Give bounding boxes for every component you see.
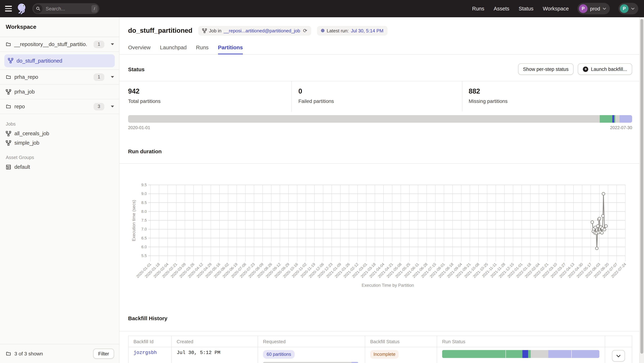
nav-assets[interactable]: Assets <box>494 6 509 12</box>
sidebar-item-default-asset-group[interactable]: default <box>0 162 119 172</box>
filter-button[interactable]: Filter <box>93 348 114 359</box>
tab-partitions[interactable]: Partitions <box>218 44 243 54</box>
backfill-history-heading: Backfill History <box>128 315 167 321</box>
svg-text:8.0: 8.0 <box>141 209 147 214</box>
deployment-avatar: P <box>579 4 588 13</box>
repository-link[interactable]: __reposi...artitioned@partitioned_job <box>224 28 300 33</box>
latest-run-link[interactable]: Jul 30, 5:14 PM <box>351 28 384 33</box>
job-icon <box>6 89 11 94</box>
partition-range-start: 2020-01-01 <box>128 125 150 130</box>
search-shortcut-key: / <box>92 5 98 12</box>
search-input[interactable]: Search... / <box>32 3 99 14</box>
user-menu[interactable]: P <box>618 3 638 14</box>
tab-launchpad[interactable]: Launchpad <box>160 44 187 54</box>
expand-row-button[interactable] <box>612 350 625 362</box>
column-header-backfill-status: Backfill Status <box>365 336 437 347</box>
latest-run-pill: Latest run: Jul 30, 5:14 PM <box>317 26 388 36</box>
column-header-run-status: Run Status <box>437 336 605 347</box>
job-header: do_stuff_partitioned Job in __reposi...a… <box>120 17 639 55</box>
table-header-row: Backfill Id Created Requested Backfill S… <box>128 336 632 347</box>
sidebar-item-simple-job[interactable]: simple_job <box>0 138 119 148</box>
stat-failed-partitions: 0 Failed partitions <box>292 81 462 112</box>
stat-label: Failed partitions <box>298 98 462 104</box>
stat-missing-partitions: 882 Missing partitions <box>462 81 632 112</box>
backfill-history-table: Backfill Id Created Requested Backfill S… <box>128 336 632 363</box>
page-title: do_stuff_partitioned <box>128 26 192 34</box>
chevron-down-icon <box>616 354 620 357</box>
backfill-created: Jul 30, 5:12 PM <box>177 350 220 356</box>
caret-down-icon[interactable] <box>111 106 114 108</box>
job-icon <box>6 140 11 146</box>
caret-down-icon[interactable] <box>111 43 114 45</box>
nav-links: Runs Assets Status Workspace <box>472 6 569 12</box>
search-icon <box>34 4 42 13</box>
partition-status-bar-section: 2020-01-01 2022-07-30 <box>120 112 639 130</box>
folder-icon <box>6 351 11 356</box>
nav-status[interactable]: Status <box>518 6 533 12</box>
run-status-dot <box>321 29 324 32</box>
run-status-bar[interactable] <box>442 350 600 358</box>
backfill-status-badge: Incomplete <box>370 350 399 359</box>
vertical-scrollbar[interactable] <box>639 17 644 363</box>
asset-groups-section-label: Asset Groups <box>0 148 119 162</box>
sidebar-item-label: __repository__do_stuff_partitio... <box>14 41 87 47</box>
nav-workspace[interactable]: Workspace <box>543 6 569 12</box>
latest-run-label: Latest run: <box>327 28 349 33</box>
sidebar-item-all-cereals-job[interactable]: all_cereals_job <box>0 129 119 138</box>
stat-value: 882 <box>468 88 632 95</box>
backfill-id-link[interactable]: jozrgsbh <box>134 350 157 356</box>
requested-partitions-badge[interactable]: 60 partitions <box>263 350 295 359</box>
execution-time-chart[interactable]: 2020-01-012020-01-182020-02-042020-02-21… <box>128 166 633 291</box>
top-navigation: Search... / Runs Assets Status Workspace… <box>0 0 644 17</box>
reload-icon[interactable]: ⟳ <box>303 28 307 34</box>
sidebar-footer: 3 of 3 shown Filter <box>0 344 119 363</box>
job-count-badge: 3 <box>94 103 104 110</box>
chevron-down-icon <box>603 8 606 10</box>
folder-icon <box>6 74 11 80</box>
run-duration-heading: Run duration <box>128 148 162 154</box>
job-icon <box>8 58 13 63</box>
sidebar-item-label: prha_repo <box>14 74 38 80</box>
sidebar-item-label: do_stuff_partitioned <box>16 58 62 64</box>
job-tabs: Overview Launchpad Runs Partitions <box>128 44 632 54</box>
sidebar-item-prha-job[interactable]: prha_job <box>0 84 119 99</box>
nav-runs[interactable]: Runs <box>472 6 484 12</box>
sidebar-selected-row: do_stuff_partitioned <box>0 52 119 70</box>
job-origin-pill: Job in __reposi...artitioned@partitioned… <box>198 26 311 36</box>
deployment-switcher[interactable]: P prod <box>578 3 610 14</box>
stat-value: 0 <box>298 88 462 95</box>
deployment-name: prod <box>590 6 600 12</box>
caret-down-icon[interactable] <box>111 76 114 78</box>
job-icon <box>6 131 11 136</box>
svg-text:5.5: 5.5 <box>141 254 147 258</box>
sidebar-item-do-stuff-partitioned[interactable]: do_stuff_partitioned <box>4 54 115 67</box>
column-header-created: Created <box>172 336 258 347</box>
column-header-requested: Requested <box>258 336 365 347</box>
job-icon <box>202 28 207 33</box>
page: Search... / Runs Assets Status Workspace… <box>0 0 644 363</box>
column-header-backfill-id: Backfill Id <box>128 336 172 347</box>
sidebar-item-label: all_cereals_job <box>14 130 49 136</box>
menu-icon[interactable] <box>0 6 16 12</box>
sidebar-item-repository-do-stuff[interactable]: __repository__do_stuff_partitio... 1 <box>0 37 119 52</box>
folder-icon <box>6 42 11 47</box>
sidebar-item-repo[interactable]: repo 3 <box>0 99 119 114</box>
tab-overview[interactable]: Overview <box>128 44 150 54</box>
sidebar-item-label: repo <box>14 104 25 109</box>
svg-text:6.0: 6.0 <box>141 245 147 249</box>
search-placeholder: Search... <box>46 6 92 11</box>
plus-icon: + <box>583 66 588 72</box>
sidebar-item-label: default <box>14 164 30 170</box>
sidebar-item-label: prha_job <box>14 89 35 94</box>
job-count-badge: 1 <box>94 73 104 81</box>
tab-runs[interactable]: Runs <box>196 44 209 54</box>
show-per-step-status-button[interactable]: Show per-step status <box>518 63 574 75</box>
partition-status-bar[interactable] <box>128 115 632 123</box>
workspace-sidebar: Workspace __repository__do_stuff_partiti… <box>0 17 120 363</box>
scrollbar-thumb[interactable] <box>640 19 643 354</box>
stat-label: Total partitions <box>128 98 292 104</box>
sidebar-item-prha-repo[interactable]: prha_repo 1 <box>0 70 119 84</box>
launch-backfill-button[interactable]: + Launch backfill... <box>578 63 632 75</box>
stat-value: 942 <box>128 88 292 95</box>
dagster-logo-icon[interactable] <box>16 3 27 14</box>
